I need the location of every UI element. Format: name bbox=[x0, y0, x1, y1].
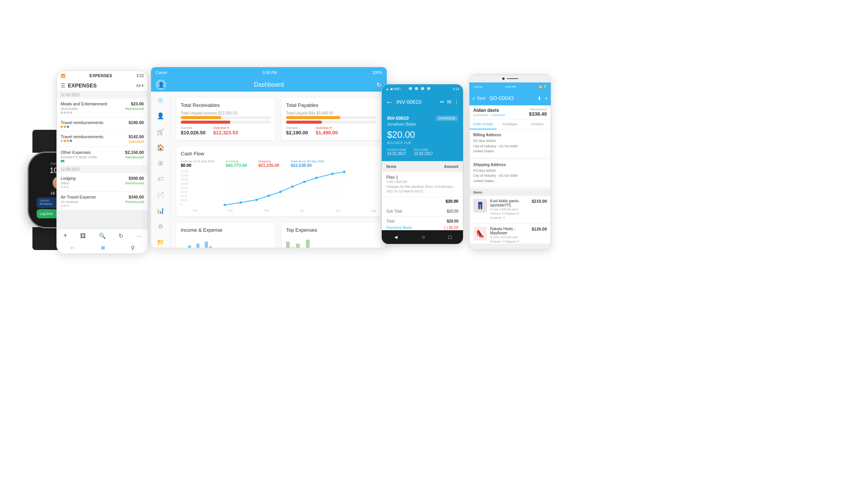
sidebar-icon-tag[interactable]: 🏷 bbox=[154, 173, 167, 184]
payables-overdue-label: Overdue ▾ bbox=[316, 126, 338, 130]
sidebar-icon-cart[interactable]: 🛒 bbox=[154, 126, 167, 137]
ios-item-sub2-0: Packed: 0 Shipped: 0 Invoiced: 0 bbox=[490, 211, 529, 220]
svg-point-14 bbox=[303, 181, 305, 183]
ios-item-price-0: $210.00 bbox=[532, 199, 547, 220]
svg-point-8 bbox=[223, 204, 226, 206]
android-balance-due: BALANCE DUE bbox=[387, 141, 458, 145]
ipad-dashboard: Carrier 5:06 PM 100% 👤 Dashboard ↻ ⊙ 👤 🛒… bbox=[151, 67, 387, 248]
android-payment-made-label: Payment Made bbox=[386, 226, 412, 230]
cash-as-sep-2015-label: Cash as on 01 Sep 2015 bbox=[181, 160, 214, 163]
sidebar-icon-home[interactable]: 🏠 bbox=[154, 142, 167, 153]
android-recents-icon[interactable]: □ bbox=[448, 234, 451, 240]
ipad-bottom-row: Income & Expense 9.0 K bbox=[176, 223, 381, 248]
android-inv-customer: Jonathan Blake bbox=[387, 122, 416, 126]
ios-tab-packages[interactable]: Packages bbox=[497, 119, 524, 129]
ios-item-sub1-0: 6 Unit x $35.00 each bbox=[490, 207, 529, 211]
wp-expense-amount-4: $300.00 bbox=[125, 176, 144, 181]
payables-overdue-value: $1,490.00 bbox=[316, 130, 338, 136]
svg-point-15 bbox=[315, 177, 317, 179]
sidebar-icon-contacts[interactable]: 👤 bbox=[154, 110, 167, 121]
wp-expense-sub-5: Air America bbox=[61, 200, 96, 204]
ipad-user-avatar[interactable]: 👤 bbox=[156, 79, 166, 90]
sidebar-icon-doc[interactable]: 📄 bbox=[154, 189, 167, 200]
android-item-plan1: Plan 1 1.00 x $20.00 Charges for this du… bbox=[382, 172, 463, 197]
watch-log-time-label: Log time bbox=[40, 212, 53, 216]
wp-image-icon[interactable]: 🖼 bbox=[80, 232, 86, 239]
wp-windows-logo-icon[interactable]: ⊞ bbox=[101, 245, 105, 250]
ios-body: Billing Address PO Box 60009 City of Ind… bbox=[469, 130, 551, 244]
android-invoice-date: 13.02.2017 bbox=[387, 152, 406, 156]
sidebar-icon-settings[interactable]: ⚙ bbox=[154, 221, 167, 232]
wp-expense-item-5[interactable]: Air Travel Expense Air America $340.00 R… bbox=[57, 192, 148, 210]
wp-refresh-icon[interactable]: ↻ bbox=[119, 232, 124, 239]
ios-item-price-1: $120.00 bbox=[532, 227, 547, 244]
ios-status-bar: Carrier 4:06 PM 📶 🔋 bbox=[469, 82, 551, 91]
ipad-status-bar: Carrier 5:06 PM 100% bbox=[151, 67, 387, 78]
ios-customer-date: 01/04/2016 Confirmed bbox=[473, 113, 505, 117]
android-email-icon[interactable]: ✉ bbox=[447, 99, 452, 105]
ios-share-icon[interactable]: ⬆ bbox=[537, 95, 542, 101]
android-total-label: Total bbox=[386, 219, 394, 223]
android-back-icon[interactable]: ← bbox=[386, 98, 393, 107]
ipad-dashboard-title: Dashboard bbox=[254, 81, 284, 88]
wp-expense-item-2[interactable]: Travel reimbursements $142.50 Submitted bbox=[57, 131, 148, 147]
receivables-total-label: Total Unpaid Invoices $22,350.03 bbox=[181, 111, 271, 115]
wp-expense-name-5: Air Travel Expense bbox=[61, 195, 96, 199]
android-home-icon[interactable]: ○ bbox=[422, 234, 425, 240]
ios-top-bar bbox=[469, 75, 551, 82]
ipad-main-content: Total Receivables Total Unpaid Invoices … bbox=[170, 92, 387, 248]
sidebar-icon-dashboard[interactable]: ⊙ bbox=[154, 95, 167, 106]
ios-tab-order-details[interactable]: Order Details bbox=[469, 119, 497, 129]
wp-expense-item-4[interactable]: Lodging Hilton $300.00 Reimbursed bbox=[57, 173, 148, 192]
ios-billing-line3: United States. bbox=[473, 149, 547, 154]
ipad-top-expenses-card: Top Expenses bbox=[281, 223, 381, 248]
cashflow-line-chart bbox=[193, 170, 376, 206]
ios-item-detail-0: Kool kiddo pants-sportster/YS 6 Unit x $… bbox=[490, 199, 529, 220]
sidebar-icon-chart[interactable]: 📊 bbox=[154, 205, 167, 216]
android-items-section: Items Amount Plan 1 1.00 x $20.00 Charge… bbox=[382, 161, 463, 205]
ios-item-row-1: 👠 Rakata Heels - Mayflower 8 Unit x $15.… bbox=[469, 224, 551, 244]
sidebar-icon-grid[interactable]: ⊞ bbox=[154, 158, 167, 169]
ios-billing-line1: PO Box 60009 bbox=[473, 139, 547, 144]
wp-expense-item-1[interactable]: Travel reimbursements $190.00 bbox=[57, 117, 148, 131]
receivables-overdue-label: Overdue ▾ bbox=[213, 126, 238, 130]
ios-back-button[interactable]: ‹ bbox=[473, 94, 475, 102]
outgoing-value: $21,235.00 bbox=[258, 163, 279, 168]
wp-expense-sub-4: Hilton bbox=[61, 181, 76, 185]
wp-expense-status-5: Reimbursed bbox=[125, 200, 144, 204]
android-subtotal-label: Sub Total bbox=[386, 209, 402, 213]
ios-customer-bar: Aidan davis 01/04/2016 Confirmed Total A… bbox=[469, 105, 551, 119]
ios-add-icon[interactable]: + bbox=[545, 95, 548, 101]
wp-expense-status-3: Reimbursed bbox=[125, 155, 144, 159]
wp-expense-item-0[interactable]: Meals and Entertainment McDonalds $23.00… bbox=[57, 98, 148, 117]
android-plan1-qty: 1.00 x $20.00 bbox=[386, 179, 458, 184]
cashflow-title: Cash Flow bbox=[181, 151, 376, 157]
android-time: 3:14 bbox=[452, 87, 459, 91]
wp-title-center: EXPENSES bbox=[90, 73, 112, 78]
wp-search-icon[interactable]: 🔍 bbox=[99, 232, 106, 239]
wp-expense-amount-5: $340.00 bbox=[125, 195, 144, 199]
ios-back-label: Back bbox=[477, 96, 485, 100]
ios-item-name-0: Kool kiddo pants-sportster/YS bbox=[490, 199, 529, 207]
ios-billing-address: Billing Address PO Box 60009 City of Ind… bbox=[469, 130, 551, 157]
android-edit-icon[interactable]: ✏ bbox=[440, 99, 445, 105]
android-back-nav-icon[interactable]: ◄ bbox=[393, 234, 399, 240]
wp-search-nav-icon[interactable]: ⚲ bbox=[131, 245, 135, 251]
wp-add-icon[interactable]: + bbox=[63, 232, 68, 240]
top-expenses-title: Top Expenses bbox=[286, 227, 376, 233]
android-inv-status: OVERDUE bbox=[436, 116, 458, 121]
ios-tab-invoices[interactable]: Invoices bbox=[524, 119, 551, 129]
sidebar-icon-folder[interactable]: 📁 bbox=[154, 237, 167, 248]
ios-shipping-line1: PO Box 60009 bbox=[473, 168, 547, 174]
wp-date-header-1: 12.09.2015 bbox=[57, 91, 148, 98]
ipad-time: 5:06 PM bbox=[263, 71, 277, 75]
wp-more-icon[interactable]: ··· bbox=[137, 232, 141, 239]
android-invoice-number: INV-00610 bbox=[396, 99, 421, 105]
ipad-refresh-icon[interactable]: ↻ bbox=[376, 81, 381, 89]
android-more-icon[interactable]: ⋮ bbox=[454, 99, 459, 105]
wp-menu-icon[interactable]: ☰ bbox=[61, 82, 66, 89]
wp-back-nav-icon[interactable]: ← bbox=[70, 245, 75, 251]
wp-filter[interactable]: All ▾ bbox=[136, 83, 144, 88]
ipad-income-expense-card: Income & Expense 9.0 K bbox=[176, 223, 275, 248]
wp-expense-item-3[interactable]: Other Expenses BARNEY'S NEW YORK $2,150.… bbox=[57, 147, 148, 166]
